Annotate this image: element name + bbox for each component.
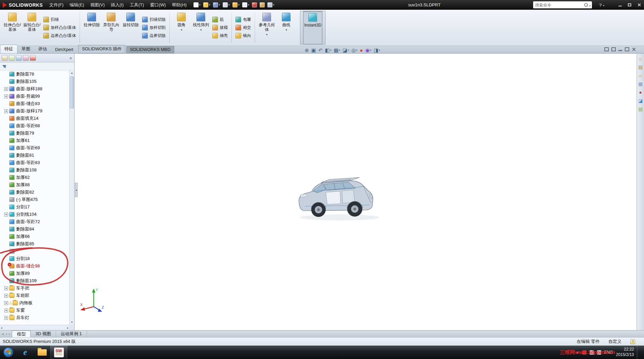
view-tab-3D 视图[interactable]: 3D 视图 (31, 330, 56, 337)
tree-item[interactable]: 曲面-等距83 (0, 159, 69, 166)
print-button[interactable]: ▾ (222, 2, 231, 8)
select-arrow-button[interactable]: ▾ (241, 2, 250, 8)
tree-item[interactable]: 删除面81 (0, 152, 69, 159)
tree-item-error[interactable]: ×曲面-缝合98 (0, 262, 69, 270)
quick-tips-icon[interactable]: ? (630, 339, 635, 344)
view-settings-button[interactable]: ◨▾ (373, 48, 381, 53)
mirror-button[interactable]: 镜向 (234, 33, 252, 39)
tree-item[interactable]: 加厚89 (0, 270, 69, 277)
displaymanager-tab-icon[interactable] (30, 55, 36, 61)
tree-item[interactable]: 删除面78 (0, 70, 69, 78)
tree-item[interactable]: +曲面-放样188 (0, 85, 69, 93)
save-button[interactable]: ▾ (212, 2, 221, 8)
tree-item[interactable]: 加厚61 (0, 137, 69, 144)
wrap-button[interactable]: 包覆 (234, 16, 252, 23)
filter-funnel-icon[interactable] (2, 65, 6, 68)
file-explorer-button[interactable] (34, 346, 50, 359)
new-document-button[interactable]: ▾ (192, 2, 202, 8)
tree-item[interactable]: +分割线104 (0, 211, 69, 218)
tree-item[interactable]: +曲面-剪裁99 (0, 93, 69, 100)
expand-icon[interactable]: + (4, 87, 8, 91)
tree-item[interactable]: 加厚62 (0, 174, 69, 181)
tree-item[interactable]: 曲面-等距72 (0, 218, 69, 225)
design-library-icon[interactable]: ▤ (638, 65, 643, 69)
tree-item[interactable]: 删除面108 (0, 166, 69, 174)
clock[interactable]: 22:22 2015/2/13 (616, 347, 634, 357)
close-button[interactable] (635, 2, 643, 8)
search-icon[interactable] (584, 3, 588, 7)
tree-item[interactable]: 分割18 (0, 255, 69, 262)
document-close-button[interactable] (632, 47, 636, 51)
view-palette-icon[interactable]: ▦ (638, 82, 643, 86)
scroll-down-icon[interactable]: ▼ (70, 320, 74, 325)
tree-item[interactable]: 删除面84 (0, 225, 69, 233)
draft-button[interactable]: 拔模 (211, 24, 229, 31)
menu-item[interactable]: 插入(I) (108, 0, 127, 10)
custom-properties-icon[interactable]: ▤ (638, 107, 643, 111)
zoom-fit-button[interactable]: ⊕ (304, 48, 310, 53)
open-button[interactable]: ▾ (202, 2, 211, 8)
hole-wizard-button[interactable]: 异型孔向导 (101, 11, 121, 45)
internet-explorer-button[interactable]: e (17, 346, 34, 359)
tree-folder[interactable]: +后车灯 (0, 314, 69, 321)
menu-item[interactable]: 文件(F) (46, 0, 67, 10)
tab-SOLIDWORKS 插件[interactable]: SOLIDWORKS 插件 (78, 45, 125, 53)
show-desktop-button[interactable] (637, 346, 640, 359)
boundary-boss-button[interactable]: 边界凸台/基体 (42, 33, 77, 39)
file-properties-button[interactable] (259, 2, 266, 8)
intersect-button[interactable]: 相交 (234, 24, 252, 31)
tree-folder[interactable]: +车前部 (0, 292, 69, 299)
tree-item[interactable]: +曲面-放样179 (0, 107, 69, 115)
expand-icon[interactable]: + (4, 316, 8, 320)
view-tab-模型[interactable]: 模型 (12, 330, 31, 337)
tree-item[interactable]: 删除面109 (0, 277, 69, 285)
swept-cut-button[interactable]: 扫描切除 (141, 16, 167, 23)
previous-view-button[interactable]: ↶ (318, 48, 324, 53)
document-restore-icon[interactable] (604, 47, 609, 51)
configurationmanager-tab-icon[interactable] (16, 55, 22, 61)
document-cascade-icon[interactable] (611, 47, 616, 51)
hide-show-items-button[interactable]: ◎▾ (351, 48, 358, 53)
document-minimize-button[interactable] (618, 48, 622, 51)
revolve-boss-button[interactable]: 旋转凸台/基体 (22, 11, 42, 45)
tree-horizontal-scrollbar[interactable]: ◂ ▸ (0, 325, 69, 330)
options-button[interactable]: ▾ (266, 2, 275, 8)
search-input[interactable] (533, 3, 584, 7)
menu-item[interactable]: 编辑(E) (67, 0, 87, 10)
toolbar-overflow-icon[interactable]: » (70, 55, 73, 60)
scrollbar-thumb[interactable] (70, 76, 74, 108)
scene-icon[interactable]: ◪ (638, 98, 643, 103)
tree-folder[interactable]: +车窗 (0, 307, 69, 314)
menu-item[interactable]: 帮助(H) (169, 0, 190, 10)
fillet-button[interactable]: 圆角▾ (172, 11, 191, 45)
revolved-cut-button[interactable]: 旋转切除 (121, 11, 140, 45)
expand-icon[interactable]: + (4, 301, 8, 305)
menu-item[interactable]: 视图(V) (87, 0, 108, 10)
document-maximize-button[interactable] (625, 47, 629, 51)
linear-pattern-button[interactable]: 线性阵列▾ (191, 11, 211, 45)
minimize-button[interactable] (616, 2, 624, 8)
expand-icon[interactable]: + (4, 309, 8, 312)
extrude-boss-button[interactable]: 拉伸凸台/基体 (3, 11, 22, 45)
shell-button[interactable]: 抽壳 (211, 33, 229, 39)
tab-特征[interactable]: 特征 (0, 45, 17, 53)
expand-icon[interactable]: + (4, 95, 8, 98)
sweep-button[interactable]: 扫描 (42, 16, 77, 23)
edit-appearance-button[interactable]: ● (359, 48, 363, 53)
search-dropdown-icon[interactable] (589, 2, 591, 8)
extruded-cut-button[interactable]: 拉伸切除 (82, 11, 101, 45)
apply-scene-button[interactable]: ◉▾ (364, 48, 372, 53)
lofted-cut-button[interactable]: 放样切割 (141, 24, 167, 31)
dimxpertmanager-tab-icon[interactable] (23, 55, 29, 61)
rib-button[interactable]: 筋 (211, 16, 229, 23)
expand-icon[interactable]: + (4, 213, 8, 216)
reference-geometry-button[interactable]: 参考几何体▾ (257, 11, 276, 45)
section-view-button[interactable]: ◧▾ (324, 48, 332, 53)
menu-item[interactable]: 窗口(W) (147, 0, 169, 10)
expand-icon[interactable]: + (4, 294, 8, 298)
appearances-icon[interactable]: ● (639, 90, 642, 95)
tree-item[interactable]: 曲面填充14 (0, 115, 69, 122)
propertymanager-tab-icon[interactable] (9, 55, 15, 61)
undo-button[interactable]: ▾ (231, 2, 241, 8)
menu-item[interactable]: 工具(T) (127, 0, 147, 10)
